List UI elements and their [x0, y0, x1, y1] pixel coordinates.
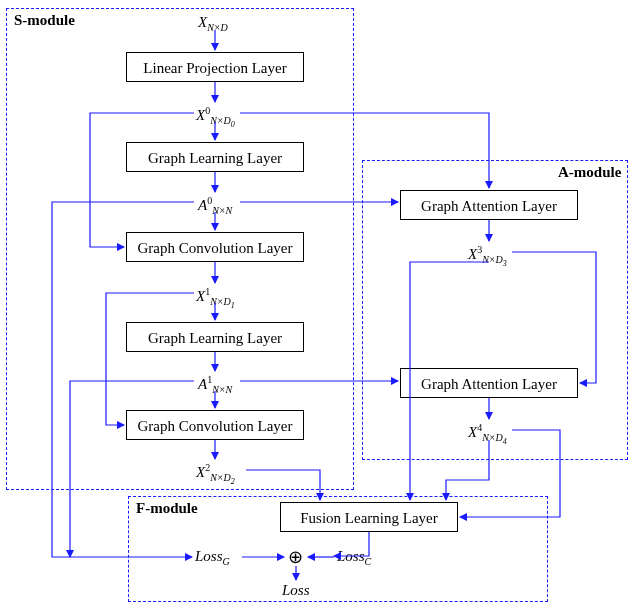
a-module-label: A-module: [558, 164, 621, 181]
diagram-canvas: S-module A-module F-module XN×D Linear P…: [0, 0, 640, 610]
linear-projection-layer: Linear Projection Layer: [126, 52, 304, 82]
var-X2: X2N×D2: [196, 462, 235, 486]
var-X-in: XN×D: [198, 14, 228, 33]
var-X3: X3N×D3: [468, 244, 507, 268]
var-X0: X0N×D0: [196, 105, 235, 129]
oplus-icon: ⊕: [288, 548, 303, 566]
graph-convolution-layer-0: Graph Convolution Layer: [126, 232, 304, 262]
var-A1: A1N×N: [198, 374, 232, 395]
s-module-label: S-module: [14, 12, 75, 29]
f-module-label: F-module: [136, 500, 198, 517]
loss-C: LossC: [337, 548, 371, 567]
var-A0: A0N×N: [198, 195, 232, 216]
var-X4: X4N×D4: [468, 422, 507, 446]
graph-convolution-layer-1: Graph Convolution Layer: [126, 410, 304, 440]
fusion-learning-layer: Fusion Learning Layer: [280, 502, 458, 532]
graph-learning-layer-0: Graph Learning Layer: [126, 142, 304, 172]
var-X1: X1N×D1: [196, 286, 235, 310]
graph-attention-layer-1: Graph Attention Layer: [400, 368, 578, 398]
graph-learning-layer-1: Graph Learning Layer: [126, 322, 304, 352]
loss-G: LossG: [195, 548, 230, 567]
graph-attention-layer-0: Graph Attention Layer: [400, 190, 578, 220]
loss-final: Loss: [282, 582, 310, 599]
